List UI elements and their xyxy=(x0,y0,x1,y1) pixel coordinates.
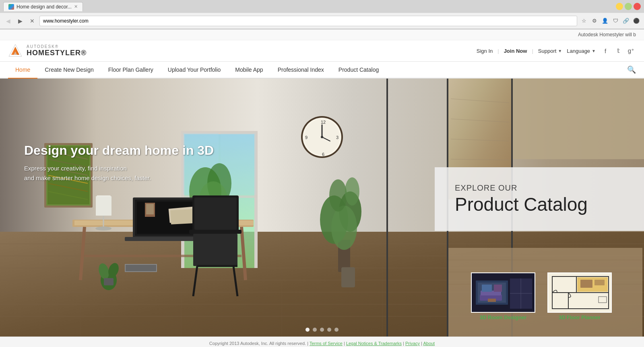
carousel-dot-1[interactable] xyxy=(305,328,310,332)
svg-rect-108 xyxy=(494,285,502,292)
svg-text:3: 3 xyxy=(336,135,339,140)
carousel-dot-5[interactable] xyxy=(334,328,339,332)
bottom-thumbnails: 3D Room Designer xyxy=(471,272,612,320)
catalog-overlay: EXPLORE OUR Product Catalog xyxy=(435,167,644,231)
googleplus-icon[interactable]: g⁺ xyxy=(626,46,636,56)
language-link[interactable]: Language xyxy=(567,48,590,54)
footer-about-link[interactable]: About xyxy=(423,341,435,346)
svg-point-80 xyxy=(321,136,323,138)
refresh-button[interactable]: ✕ xyxy=(27,16,37,26)
explore-label: EXPLORE OUR xyxy=(455,183,624,193)
tab-close-button[interactable]: ✕ xyxy=(74,4,78,9)
svg-rect-107 xyxy=(482,285,492,292)
brand-label: HOMESTYLER® xyxy=(27,49,87,57)
carousel-dots xyxy=(305,328,339,332)
site-wrapper: Autodesk Homestyler will b AUTODESK® HOM… xyxy=(0,29,644,347)
svg-rect-118 xyxy=(580,280,592,288)
room-designer-label: 3D Room Designer xyxy=(471,314,535,320)
language-dropdown-arrow: ▼ xyxy=(592,49,596,53)
svg-text:12: 12 xyxy=(321,120,326,125)
footer-privacy-link[interactable]: Privacy xyxy=(405,341,420,346)
svg-rect-70 xyxy=(126,265,156,271)
svg-rect-119 xyxy=(594,280,605,285)
nav-item-professional-index[interactable]: Professional Index xyxy=(270,62,331,79)
divider-2: | xyxy=(532,48,533,54)
svg-rect-82 xyxy=(341,267,355,287)
svg-rect-57 xyxy=(146,204,154,214)
autodesk-label: AUTODESK® xyxy=(27,44,87,49)
forward-button[interactable]: ▶ xyxy=(15,16,25,26)
footer-terms-link[interactable]: Terms of Service xyxy=(310,341,343,346)
back-button[interactable]: ◀ xyxy=(3,16,13,26)
twitter-icon[interactable]: 𝕥 xyxy=(613,46,623,56)
svg-point-45 xyxy=(95,226,111,231)
nav-item-create-new-design[interactable]: Create New Design xyxy=(37,62,101,79)
join-now-link[interactable]: Join Now xyxy=(504,48,527,54)
svg-rect-59 xyxy=(193,234,237,266)
hero-subtitle-line1: Express your creativity, find inspiratio… xyxy=(24,165,127,172)
browser-toolbar: ◀ ▶ ✕ ☆ ⚙ 👤 🛡 🔗 ⚫ xyxy=(0,13,644,29)
support-area: Support ▼ xyxy=(538,48,562,54)
user-icon[interactable]: 👤 xyxy=(601,17,609,25)
carousel-dot-4[interactable] xyxy=(327,328,331,332)
thumbnail-room-designer[interactable]: 3D Room Designer xyxy=(471,272,535,320)
hero-text: Design your dream home in 3D Express you… xyxy=(24,143,214,183)
svg-text:9: 9 xyxy=(305,135,308,140)
extension-icon[interactable]: ⚙ xyxy=(590,17,599,25)
language-area: Language ▼ xyxy=(567,48,596,54)
catalog-title: Product Catalog xyxy=(455,194,624,215)
nav-item-floor-plan-gallery[interactable]: Floor Plan Gallery xyxy=(101,62,161,79)
logo-text-area: AUTODESK® HOMESTYLER® xyxy=(27,44,87,57)
hero-title: Design your dream home in 3D xyxy=(24,143,214,158)
browser-icon-area: ☆ ⚙ 👤 🛡 🔗 ⚫ xyxy=(580,17,641,25)
sign-in-link[interactable]: Sign In xyxy=(477,48,493,54)
nav-item-mobile-app[interactable]: Mobile App xyxy=(228,62,270,79)
search-icon[interactable]: 🔍 xyxy=(627,65,636,74)
svg-rect-43 xyxy=(96,196,111,216)
minimize-button[interactable] xyxy=(616,3,623,10)
floor-planner-label: 3D Floor Planner xyxy=(547,314,612,320)
svg-rect-68 xyxy=(104,278,114,285)
nav-item-home[interactable]: Home xyxy=(8,62,37,79)
support-link[interactable]: Support xyxy=(538,48,557,54)
nav-item-upload-portfolio[interactable]: Upload Your Portfolio xyxy=(161,62,228,79)
footer-legal-link[interactable]: Legal Notices & Trademarks xyxy=(346,341,402,346)
svg-point-86 xyxy=(329,179,347,212)
shield-icon[interactable]: 🛡 xyxy=(611,17,620,25)
footer-copyright: Copyright 2013 Autodesk, Inc. All rights… xyxy=(209,341,306,346)
announcement-bar: Autodesk Homestyler will b xyxy=(0,29,644,40)
tab-favicon xyxy=(8,4,14,10)
support-dropdown-arrow: ▼ xyxy=(558,49,562,53)
carousel-dot-3[interactable] xyxy=(320,328,324,332)
maximize-button[interactable] xyxy=(625,3,632,10)
site-header: AUTODESK® HOMESTYLER® Sign In | Join Now… xyxy=(0,40,644,62)
svg-rect-61 xyxy=(194,197,237,230)
room-designer-preview xyxy=(472,272,535,313)
svg-rect-92 xyxy=(513,79,644,159)
facebook-icon[interactable]: f xyxy=(601,46,610,56)
tab-title: Home design and decor... xyxy=(17,4,72,10)
svg-rect-106 xyxy=(488,299,496,302)
close-button[interactable] xyxy=(634,3,641,10)
circle-icon[interactable]: ⚫ xyxy=(632,17,641,25)
logo-area: AUTODESK® HOMESTYLER® xyxy=(8,44,87,58)
header-right: Sign In | Join Now | Support ▼ Language … xyxy=(477,46,636,56)
browser-tab[interactable]: Home design and decor... ✕ xyxy=(3,2,83,11)
carousel-dot-2[interactable] xyxy=(313,328,317,332)
svg-point-85 xyxy=(331,206,357,250)
site-footer: Copyright 2013 Autodesk, Inc. All rights… xyxy=(0,337,644,347)
browser-titlebar: Home design and decor... ✕ xyxy=(0,0,644,13)
thumbnail-floor-planner[interactable]: 3D Floor Planner xyxy=(547,272,612,320)
svg-point-87 xyxy=(345,177,359,206)
autodesk-logo-icon xyxy=(8,44,23,58)
floor-planner-preview xyxy=(548,272,611,313)
bookmark-icon[interactable]: ☆ xyxy=(580,17,588,25)
site-nav: Home Create New Design Floor Plan Galler… xyxy=(0,62,644,79)
address-bar[interactable] xyxy=(39,16,577,26)
browser-chrome: Home design and decor... ✕ ◀ ▶ ✕ ☆ ⚙ 👤 🛡… xyxy=(0,0,644,29)
announcement-text: Autodesk Homestyler will b xyxy=(578,32,636,37)
nav-item-product-catalog[interactable]: Product Catalog xyxy=(331,62,386,79)
hero-subtitle-line2: and make smarter home design choices, fa… xyxy=(24,175,151,181)
share-icon[interactable]: 🔗 xyxy=(621,17,630,25)
browser-window-controls xyxy=(616,3,641,10)
